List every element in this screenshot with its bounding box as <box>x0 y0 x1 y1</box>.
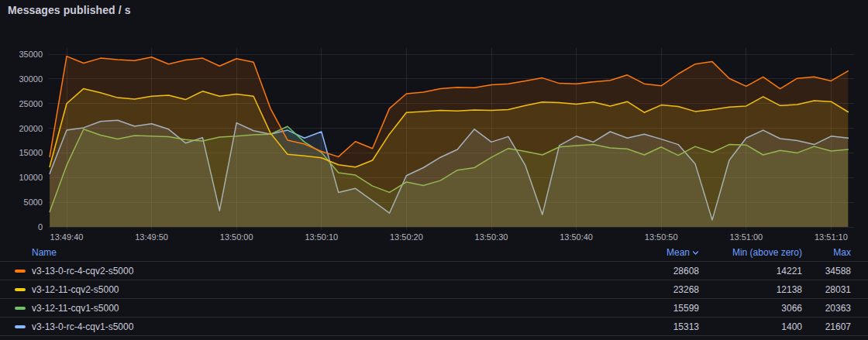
legend-min-value: 3066 <box>699 303 802 314</box>
y-axis-label: 5000 <box>24 197 43 207</box>
legend-header-mean-label: Mean <box>666 247 690 258</box>
legend-max-value: 28031 <box>802 284 851 295</box>
legend-header-min[interactable]: Min (above zero) <box>699 247 802 258</box>
y-axis-label: 35000 <box>19 50 43 59</box>
legend-row[interactable]: v3-13-0-rc-4-cqv2-s5000286081422134588 <box>0 262 868 280</box>
x-axis-label: 13:50:50 <box>645 232 678 242</box>
legend-max-value: 21607 <box>802 321 851 332</box>
legend-row[interactable]: v3-13-0-rc-4-cqv1-s500015313140021607 <box>0 318 868 336</box>
series-color-swatch[interactable] <box>15 270 26 273</box>
y-axis-label: 20000 <box>19 124 43 133</box>
grafana-panel: Messages published / s 05000100001500020… <box>0 0 868 340</box>
series-name-label[interactable]: v3-12-11-cqv1-s5000 <box>32 303 119 314</box>
legend-rows: v3-13-0-rc-4-cqv2-s5000286081422134588v3… <box>0 262 868 336</box>
legend-header-max[interactable]: Max <box>802 247 851 258</box>
legend-header-name[interactable]: Name <box>32 247 614 258</box>
legend-max-value: 20363 <box>802 303 851 314</box>
x-axis-label: 13:51:00 <box>729 232 763 242</box>
y-axis-label: 10000 <box>19 173 43 182</box>
series-color-swatch[interactable] <box>15 325 26 328</box>
legend-row-name-cell: v3-12-11-cqv2-s5000 <box>15 284 614 295</box>
x-axis-label: 13:49:50 <box>135 232 168 242</box>
legend-header: Name Mean Min (above zero) Max <box>0 244 868 262</box>
legend-min-value: 12138 <box>699 284 802 295</box>
legend-row-name-cell: v3-13-0-rc-4-cqv1-s5000 <box>15 321 614 332</box>
y-axis-label: 0 <box>38 222 43 232</box>
x-axis-label: 13:50:30 <box>475 232 508 242</box>
series-name-label[interactable]: v3-13-0-rc-4-cqv1-s5000 <box>32 321 133 332</box>
series-name-label[interactable]: v3-12-11-cqv2-s5000 <box>32 284 119 295</box>
legend-row[interactable]: v3-12-11-cqv2-s5000232681213828031 <box>0 280 868 299</box>
legend-max-value: 34588 <box>802 266 851 276</box>
series-area-v3-13-0-rc-4-cqv2-s5000 <box>50 57 848 227</box>
legend-mean-value: 15313 <box>614 321 699 332</box>
legend-mean-value: 23268 <box>614 284 699 295</box>
series-color-swatch[interactable] <box>15 288 26 291</box>
legend-table: Name Mean Min (above zero) Max v3-13-0-r… <box>0 244 868 340</box>
legend-row-name-cell: v3-12-11-cqv1-s5000 <box>15 303 614 314</box>
legend-mean-value: 28608 <box>614 266 699 276</box>
y-axis-label: 15000 <box>19 148 43 157</box>
legend-header-mean[interactable]: Mean <box>614 247 699 258</box>
timeseries-chart[interactable]: 0500010000150002000025000300003500013:49… <box>0 0 868 244</box>
legend-min-value: 14221 <box>699 266 802 276</box>
x-axis-label: 13:49:40 <box>50 232 84 242</box>
series-color-swatch[interactable] <box>15 307 26 310</box>
legend-row-name-cell: v3-13-0-rc-4-cqv2-s5000 <box>15 266 614 276</box>
x-axis-label: 13:51:10 <box>815 232 848 242</box>
legend-mean-value: 15599 <box>614 303 699 314</box>
sort-descending-icon <box>692 249 699 256</box>
legend-row[interactable]: v3-12-11-cqv1-s500015599306620363 <box>0 299 868 318</box>
x-axis-label: 13:50:00 <box>220 232 253 242</box>
x-axis-label: 13:50:20 <box>390 232 423 242</box>
y-axis-label: 25000 <box>19 99 43 108</box>
y-axis-label: 30000 <box>19 74 43 84</box>
x-axis-label: 13:50:40 <box>560 232 593 242</box>
series-name-label[interactable]: v3-13-0-rc-4-cqv2-s5000 <box>32 266 133 276</box>
x-axis-label: 13:50:10 <box>305 232 338 242</box>
legend-min-value: 1400 <box>699 321 802 332</box>
